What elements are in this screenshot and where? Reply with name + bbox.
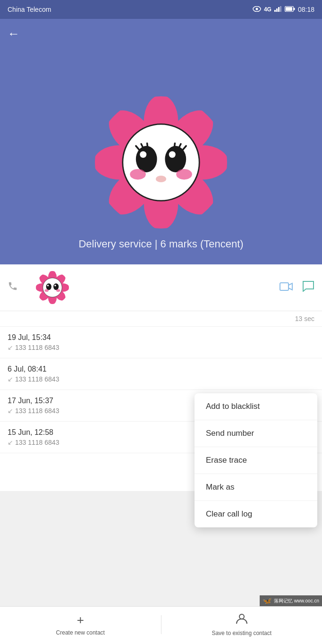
context-menu-add-to-blacklist[interactable]: Add to blacklist [195,393,317,420]
create-new-contact-button[interactable]: + Create new contact [0,613,161,636]
svg-point-39 [43,278,62,297]
svg-point-29 [176,169,192,179]
call-arrow-icon-1: ↙ [8,375,13,383]
call-actions [280,280,314,295]
svg-point-44 [45,289,49,292]
save-existing-contact-button[interactable]: Save to existing contact [161,612,322,636]
contact-name: Delivery service | 6 marks (Tencent) [78,238,243,250]
svg-line-27 [174,143,175,148]
call-log-number-1: ↙ 133 1118 6843 [8,375,314,383]
svg-point-43 [54,285,56,287]
svg-rect-2 [274,10,276,12]
plus-icon: + [77,613,84,627]
svg-point-28 [130,169,146,179]
svg-point-17 [123,124,199,201]
context-menu-send-number[interactable]: Send number [195,420,317,447]
contact-avatar-small [36,271,69,304]
back-button[interactable]: ← [8,26,20,41]
call-log-item[interactable]: 19 Jul, 15:34 ↙ 133 1118 6843 [0,327,322,358]
call-log-item[interactable]: 6 Jul, 08:41 ↙ 133 1118 6843 [0,358,322,390]
svg-line-24 [147,143,148,148]
svg-rect-5 [280,6,281,12]
call-duration: 13 sec [0,311,322,327]
header-section: ← [0,19,322,264]
context-menu-mark-as[interactable]: Mark as [195,474,317,501]
context-menu: Add to blacklist Send number Erase trace… [195,393,317,527]
call-arrow-icon-3: ↙ [8,439,13,446]
call-log-list: 19 Jul, 15:34 ↙ 133 1118 6843 6 Jul, 08:… [0,327,322,453]
context-menu-clear-call-log[interactable]: Clear call log [195,501,317,527]
status-right: 4G 08:18 [253,6,314,13]
svg-point-1 [255,8,258,10]
call-log-number-0: ↙ 133 1118 6843 [8,344,314,351]
person-icon [236,612,248,628]
svg-point-19 [140,151,146,158]
svg-rect-3 [276,8,278,12]
bottom-bar: + Create new contact Save to existing co… [0,606,322,644]
signal-4g-icon: 4G [264,6,271,13]
call-info-section: 13 sec 19 Jul, 15:34 ↙ 133 1118 6843 6 J… [0,264,322,491]
svg-point-41 [47,285,49,287]
svg-point-45 [56,289,60,292]
call-arrow-icon-2: ↙ [8,407,13,415]
call-header-row [0,264,322,311]
contact-avatar-large [95,96,227,229]
call-log-item-with-menu: 15 Jun, 12:58 ↙ 133 1118 6843 Add to bla… [0,422,322,453]
video-call-icon[interactable] [280,281,293,294]
call-log-date-1: 6 Jul, 08:41 [8,365,314,373]
status-bar: China Telecom 4G [0,0,322,19]
eye-icon [253,6,261,13]
svg-point-21 [169,151,176,158]
create-new-contact-label: Create new contact [56,629,105,636]
time-label: 08:18 [298,6,314,13]
svg-rect-7 [286,7,292,11]
svg-point-30 [156,176,166,182]
context-menu-erase-trace[interactable]: Erase trace [195,447,317,474]
call-arrow-icon-0: ↙ [8,344,13,351]
svg-point-40 [46,283,51,290]
watermark: 🦋 落网记忆 www.ooc.cn [260,595,322,606]
svg-rect-8 [294,8,295,10]
message-icon[interactable] [302,280,314,295]
signal-bars-icon [274,6,282,13]
svg-rect-46 [280,283,288,290]
battery-icon [285,6,295,13]
phone-icon [8,281,18,294]
svg-point-47 [239,614,244,619]
svg-point-42 [53,283,59,290]
svg-rect-4 [278,7,280,12]
save-existing-label: Save to existing contact [212,630,271,636]
carrier-label: China Telecom [8,6,51,13]
call-log-date-0: 19 Jul, 15:34 [8,333,314,342]
